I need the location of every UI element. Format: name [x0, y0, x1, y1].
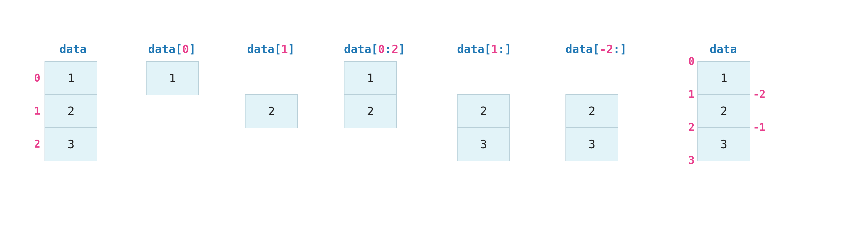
- panel-title: data[1]: [245, 42, 297, 56]
- cell: 3: [698, 128, 750, 161]
- panel-full: data012123: [28, 42, 99, 161]
- panel-slice1: data[1:]23: [457, 42, 510, 161]
- cell: 3: [458, 128, 509, 161]
- cell-column-wrap: 23: [565, 61, 618, 161]
- cell-column: 12: [344, 61, 397, 128]
- edge-index-left: 3: [688, 154, 695, 166]
- panel-title: data[0:2]: [344, 42, 396, 56]
- title-index: -2:: [600, 42, 620, 56]
- spacer: [565, 61, 617, 94]
- cell-column-wrap: 23: [457, 61, 510, 161]
- edge-index-right: -2: [753, 88, 766, 100]
- title-index: 1: [281, 42, 288, 56]
- cell-column: 1: [146, 61, 199, 95]
- cell: 1: [147, 62, 198, 95]
- panel-sliceneg2: data[-2:]23: [565, 42, 618, 161]
- row-index: 0: [30, 61, 45, 94]
- panel-index1: data[1]2: [245, 42, 298, 128]
- title-var: data: [59, 42, 87, 56]
- title-index: 1:: [491, 42, 505, 56]
- right-edge-index-column: -2-1: [750, 61, 769, 162]
- panel-body: 0123123-2-1: [683, 61, 769, 162]
- cell-column: 2: [245, 94, 298, 128]
- panel-title: data: [47, 42, 99, 56]
- panel-title: data[-2:]: [565, 42, 617, 56]
- edge-index-left: 1: [688, 88, 695, 100]
- title-var: data: [710, 42, 737, 56]
- panel-title: data: [698, 42, 749, 56]
- title-var: data: [565, 42, 593, 56]
- cell: 1: [698, 62, 750, 95]
- edge-index-left: 0: [688, 55, 695, 67]
- cell-column-wrap: 123: [698, 61, 750, 161]
- bracket-open: [: [274, 42, 281, 56]
- bracket-close: ]: [288, 42, 295, 56]
- cell: 2: [698, 95, 750, 128]
- cell-column: 123: [44, 61, 97, 161]
- cell: 3: [45, 128, 97, 161]
- title-var: data: [344, 42, 371, 56]
- cell-column-wrap: 12: [344, 61, 397, 128]
- panel-slice02: data[0:2]12: [344, 42, 397, 128]
- left-index-column: 012: [30, 61, 45, 160]
- cell-column-wrap: 1: [146, 61, 199, 95]
- bracket-open: [: [371, 42, 378, 56]
- panel-title: data[0]: [146, 42, 198, 56]
- cell: 2: [458, 95, 509, 128]
- spacer: [245, 61, 297, 94]
- bracket-close: ]: [398, 42, 405, 56]
- title-var: data: [148, 42, 176, 56]
- cell: 2: [45, 95, 97, 128]
- cell: 2: [566, 95, 618, 128]
- title-var: data: [457, 42, 485, 56]
- bracket-close: ]: [620, 42, 627, 56]
- panel-body: 1: [146, 61, 199, 95]
- spacer: [457, 61, 509, 94]
- row-index: 1: [30, 94, 45, 127]
- bracket-open: [: [485, 42, 491, 56]
- panel-body: 23: [457, 61, 510, 161]
- edge-index-right: -1: [753, 121, 766, 133]
- cell: 2: [344, 95, 396, 128]
- bracket-close: ]: [189, 42, 196, 56]
- cell: 1: [45, 62, 97, 95]
- panel-edges: data0123123-2-1: [683, 42, 769, 162]
- cell: 2: [246, 95, 297, 128]
- cell-column: 123: [698, 61, 750, 161]
- cell-column: 23: [457, 94, 510, 161]
- cell-column: 23: [565, 94, 618, 161]
- panel-body: 23: [565, 61, 618, 161]
- bracket-close: ]: [505, 42, 512, 56]
- panel-title: data[1:]: [457, 42, 509, 56]
- row-index: 2: [30, 127, 45, 160]
- cell-column-wrap: 123: [44, 61, 97, 161]
- edge-index-left: 2: [688, 121, 695, 133]
- cell: 3: [566, 128, 618, 161]
- panel-index0: data[0]1: [146, 42, 199, 95]
- title-index: 0: [182, 42, 189, 56]
- panel-body: 012123: [28, 61, 99, 161]
- cell-column-wrap: 2: [245, 61, 298, 128]
- bracket-open: [: [175, 42, 182, 56]
- panel-body: 12: [344, 61, 397, 128]
- cell: 1: [344, 62, 396, 95]
- title-index: 0:2: [378, 42, 399, 56]
- title-var: data: [247, 42, 275, 56]
- left-edge-index-column: 0123: [683, 61, 698, 162]
- bracket-open: [: [593, 42, 600, 56]
- panel-body: 2: [245, 61, 298, 128]
